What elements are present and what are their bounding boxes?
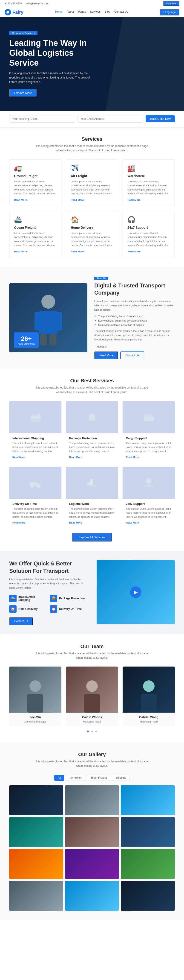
svg-rect-5: [40, 334, 47, 345]
gallery-title: Our Gallery: [9, 751, 175, 757]
support-best-img: [122, 467, 175, 499]
gallery-item-9: [121, 849, 175, 879]
home-delivery-desc: Lorem ipsum dolor sit amet, consectetuer…: [71, 231, 113, 247]
about-check-1: The point of using Lorem Ipsum is that i…: [94, 315, 175, 318]
gallery-item-10: [9, 881, 63, 911]
warehouse-title: Warehouse: [127, 174, 170, 178]
why-home-label: Home Delivery: [18, 607, 38, 611]
intl-shipping-readmore[interactable]: Read More: [13, 456, 25, 458]
dot-1[interactable]: [87, 730, 89, 732]
nav-services[interactable]: Services: [90, 10, 100, 14]
volunteer-button[interactable]: Volunteer: [163, 1, 179, 6]
why-item-time: ⏰ Delivery On Time: [50, 605, 87, 612]
team-member-2-img: [66, 667, 118, 713]
logistic-readmore[interactable]: Read More: [69, 521, 82, 524]
about-buttons: Read More Contact Us: [94, 352, 175, 359]
best-services-section: Our Best Services It is a long establish…: [0, 369, 184, 551]
support-best-desc: The point of using Lorem Ipsum is that i…: [126, 507, 171, 519]
svg-rect-15: [87, 482, 90, 485]
dot-3[interactable]: [95, 730, 97, 732]
why-contact-button[interactable]: Contact Us: [9, 617, 33, 625]
main-nav: Home About Pages Services Blog Contact U…: [55, 10, 128, 14]
package-desc: The point of using Lorem Ipsum is that i…: [69, 441, 115, 453]
team-member-3-body: Gabriel Wong Marketing Head: [122, 713, 175, 726]
cargo-desc: The point of using Lorem Ipsum is that i…: [126, 441, 171, 453]
service-card-support: 🎧 24x7 Support Lorem ipsum dolor sit ame…: [122, 211, 175, 258]
about-readmore-button[interactable]: Read More: [94, 352, 118, 359]
gallery-tab-shipping[interactable]: Shipping: [112, 775, 130, 781]
explore-btn-wrap: Explore All Services: [9, 533, 175, 541]
ground-freight-desc: Lorem ipsum dolor sit amet, consectetuer…: [14, 180, 57, 196]
nav-blog[interactable]: Blog: [105, 10, 110, 14]
gallery-item-5: [65, 817, 119, 847]
ocean-freight-desc: Lorem ipsum dolor sit amet, consectetuer…: [14, 231, 57, 247]
service-card-home: 🏠 Home Delivery Lorem ipsum dolor sit am…: [66, 211, 118, 258]
svg-rect-21: [84, 694, 100, 713]
why-title: We Offer Quick & Better Solution For Tra…: [9, 560, 87, 574]
hero-bg-plane: [97, 17, 184, 111]
about-badge: About Us: [94, 277, 108, 280]
support-best-title: 24x7 Support: [126, 502, 171, 506]
warehouse-icon: 🏭: [127, 164, 170, 172]
services-section: Services It is a long established fact t…: [0, 127, 184, 267]
services-title: Services: [9, 136, 175, 142]
hero-badge: Grow Your Business: [9, 31, 38, 35]
team-member-3-name: Gabriel Wong: [125, 715, 172, 719]
package-readmore[interactable]: Read More: [69, 456, 82, 458]
topbar-contact: +123-456-9874 hello@example.com: [5, 2, 49, 5]
delivery-desc: The point of using Lorem Ipsum is that i…: [13, 507, 58, 519]
svg-rect-7: [30, 420, 40, 422]
air-freight-desc: Lorem ipsum dolor sit amet, consectetuer…: [71, 180, 113, 196]
support-best-readmore[interactable]: Read More: [126, 521, 139, 524]
gallery-tab-air[interactable]: Air Freight: [66, 775, 86, 781]
gallery-item-11: [65, 881, 119, 911]
svg-rect-2: [39, 311, 57, 334]
tracking-id-input[interactable]: [9, 115, 75, 123]
hero-section: Grow Your Business Leading The Way In Gl…: [0, 17, 184, 111]
tracking-email-input[interactable]: [78, 115, 144, 123]
why-home-icon: 🏠: [9, 605, 17, 612]
delivery-readmore[interactable]: Read More: [13, 521, 25, 524]
svg-rect-8: [89, 415, 95, 420]
air-freight-readmore[interactable]: Read More: [71, 199, 84, 201]
why-item-package: 📦 Package Protection: [50, 595, 87, 602]
dot-2[interactable]: [91, 730, 93, 732]
nav-contact[interactable]: Contact Us: [114, 10, 128, 14]
svg-rect-6: [49, 334, 56, 345]
about-contact-button[interactable]: Contact Us: [120, 352, 144, 359]
logistic-body: Logistic Work The point of using Lorem I…: [66, 499, 118, 528]
best-card-delivery: Delivery On Time The point of using Lore…: [9, 467, 62, 528]
play-button[interactable]: ▶: [130, 586, 141, 598]
gallery-tab-all[interactable]: All: [54, 775, 64, 781]
nav-about[interactable]: About: [67, 10, 74, 14]
team-card-1: Joe-Min Marketing Manager: [9, 667, 62, 726]
ocean-freight-readmore[interactable]: Read More: [14, 250, 27, 253]
team-member-1-role: Marketing Manager: [24, 720, 46, 723]
why-package-icon: 📦: [50, 595, 57, 602]
ocean-freight-icon: 🚢: [14, 216, 57, 223]
support-readmore[interactable]: Read More: [127, 250, 140, 253]
gallery-section: Our Gallery It is a long established fac…: [0, 742, 184, 920]
track-order-button[interactable]: Track Order Now: [146, 115, 175, 122]
gallery-tab-river[interactable]: River Freight: [88, 775, 110, 781]
ground-freight-icon: 🚛: [14, 164, 57, 172]
nav-pages[interactable]: Pages: [78, 10, 86, 14]
hero-explore-button[interactable]: Explore More: [9, 89, 37, 97]
intl-shipping-title: International Shipping: [13, 436, 58, 440]
home-delivery-readmore[interactable]: Read More: [71, 250, 84, 253]
nav-home[interactable]: Home: [55, 10, 63, 14]
why-package-label: Package Protection: [59, 597, 85, 600]
about-section: 26+ Years experience About Us Digital & …: [0, 267, 184, 369]
gallery-grid: [9, 785, 175, 911]
cargo-readmore[interactable]: Read More: [126, 456, 139, 458]
explore-all-button[interactable]: Explore All Services: [72, 533, 112, 541]
ground-freight-readmore[interactable]: Read More: [14, 199, 27, 201]
gallery-item-8: [65, 849, 119, 879]
service-card-warehouse: 🏭 Warehouse Lorem ipsum dolor sit amet, …: [122, 159, 175, 206]
ocean-freight-title: Ocean Freight: [14, 226, 57, 229]
best-card-support: 24x7 Support The point of using Lorem Ip…: [122, 467, 175, 528]
language-button[interactable]: Language: [160, 9, 179, 16]
warehouse-readmore[interactable]: Read More: [127, 199, 140, 201]
about-check-2: Every desktop publishing software and we…: [94, 319, 175, 322]
gallery-item-12: [121, 881, 175, 911]
